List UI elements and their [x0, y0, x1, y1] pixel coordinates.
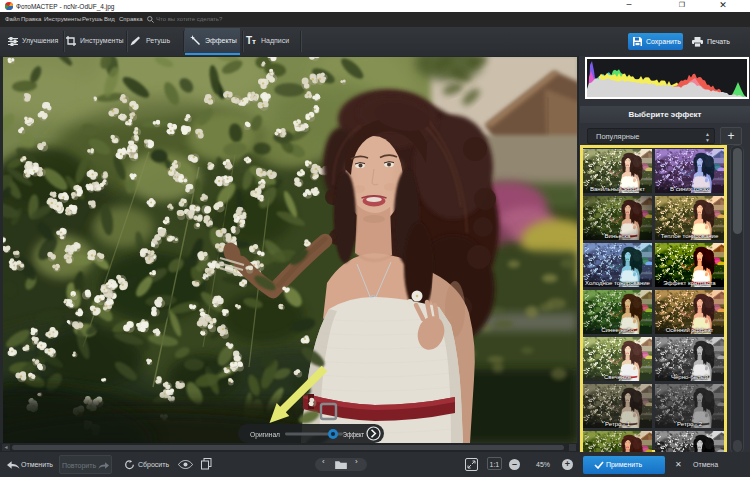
svg-text:Оригинал: Оригинал: [250, 431, 280, 439]
svg-text:Эффект: Эффект: [343, 431, 365, 439]
